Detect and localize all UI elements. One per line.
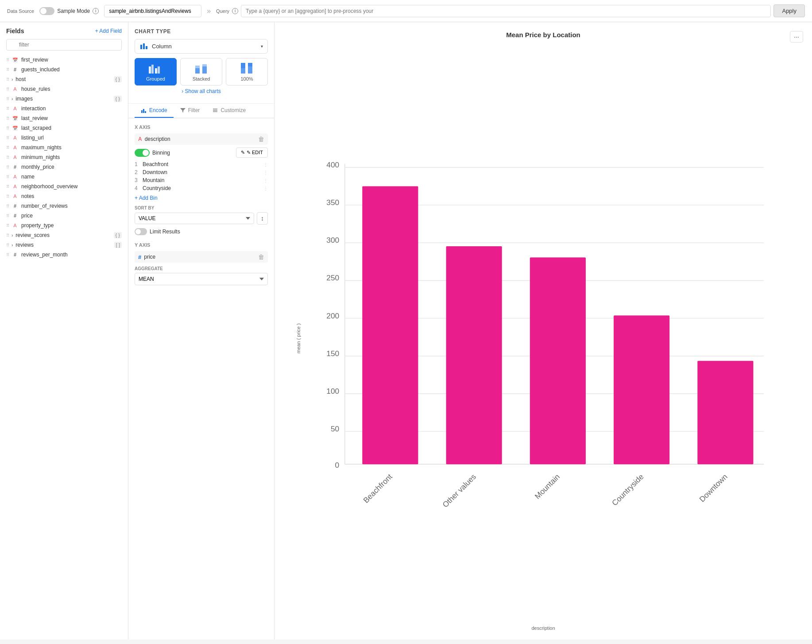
list-item[interactable]: ⠿ › reviews [ ] xyxy=(0,240,128,250)
bin-number: 4 xyxy=(135,185,140,191)
bin-drag-icon[interactable]: ⋮ xyxy=(263,170,268,175)
svg-rect-7 xyxy=(195,68,200,74)
data-source-label: Data Source xyxy=(7,8,34,14)
top-bar: Data Source Sample Mode i sample_airbnb.… xyxy=(0,0,812,22)
chart-variant-stacked[interactable]: Stacked xyxy=(180,58,222,85)
list-item[interactable]: ⠿ › images { } xyxy=(0,94,128,104)
sample-mode-info-icon[interactable]: i xyxy=(93,8,99,14)
hundred-percent-variant-label: 100% xyxy=(240,76,253,81)
add-bin-button[interactable]: + Add Bin xyxy=(135,195,268,201)
drag-handle-icon: ⠿ xyxy=(6,233,9,238)
bin-name-mountain: Mountain xyxy=(143,177,261,183)
text-type-icon: A xyxy=(12,155,19,160)
list-item[interactable]: ⠿ › review_scores { } xyxy=(0,230,128,240)
list-item[interactable]: ⠿ # price xyxy=(0,211,128,221)
sort-select[interactable]: VALUE xyxy=(135,213,254,224)
list-item[interactable]: ⠿ 📅 first_review xyxy=(0,55,128,65)
search-wrap: 🔍 xyxy=(0,39,128,55)
drag-handle-icon: ⠿ xyxy=(6,184,9,189)
list-item[interactable]: ⠿ A property_type xyxy=(0,221,128,230)
x-axis-section: X Axis A description 🗑 Binning xyxy=(135,124,268,235)
pipe-icon: » xyxy=(207,7,211,15)
expand-arrow-icon: › xyxy=(12,243,13,248)
datasource-select[interactable]: sample_airbnb.listingsAndReviews xyxy=(104,5,201,17)
drag-handle-icon: ⠿ xyxy=(6,145,9,150)
drag-handle-icon: ⠿ xyxy=(6,97,9,101)
svg-text:Mountain: Mountain xyxy=(533,472,562,501)
sample-mode-toggle-wrap: Sample Mode i xyxy=(39,7,99,15)
chart-menu-button[interactable]: ··· xyxy=(790,31,803,43)
list-item[interactable]: ⠿ A listing_url xyxy=(0,133,128,143)
object-type-badge: { } xyxy=(114,76,122,82)
bin-drag-icon[interactable]: ⋮ xyxy=(263,186,268,191)
chart-type-select[interactable]: Column ▾ xyxy=(135,39,268,54)
chart-type-label: Column xyxy=(152,43,261,50)
expand-arrow-icon: › xyxy=(12,77,13,82)
chart-variant-100[interactable]: 100% xyxy=(226,58,268,85)
list-item[interactable]: ⠿ A maximum_nights xyxy=(0,143,128,152)
edit-button[interactable]: ✎ ✎ EDIT xyxy=(236,147,268,158)
field-list: ⠿ 📅 first_review ⠿ # guests_included ⠿ ›… xyxy=(0,55,128,634)
binning-toggle[interactable]: Binning xyxy=(135,149,170,157)
binning-toggle-switch[interactable] xyxy=(135,149,150,157)
chart-variant-grouped[interactable]: Grouped xyxy=(135,58,177,85)
svg-rect-15 xyxy=(141,110,143,113)
search-input[interactable] xyxy=(6,39,122,50)
list-item[interactable]: ⠿ # reviews_per_month xyxy=(0,250,128,260)
svg-text:0: 0 xyxy=(335,461,340,469)
field-name-notes: notes xyxy=(21,193,122,199)
array-type-badge: [ ] xyxy=(114,242,122,248)
list-item[interactable]: ⠿ A name xyxy=(0,172,128,182)
list-item[interactable]: ⠿ 📅 last_review xyxy=(0,113,128,123)
query-input[interactable] xyxy=(241,5,771,17)
list-item[interactable]: ⠿ # monthly_price xyxy=(0,162,128,172)
limit-label: Limit Results xyxy=(150,229,180,235)
text-type-icon: A xyxy=(12,145,19,150)
sort-direction-button[interactable]: ↕ xyxy=(257,212,268,225)
tab-encode[interactable]: Encode xyxy=(135,104,174,118)
field-name-monthly-price: monthly_price xyxy=(21,164,122,170)
encode-body: X Axis A description 🗑 Binning xyxy=(128,118,274,299)
sample-mode-toggle[interactable] xyxy=(39,7,54,15)
drag-handle-icon: ⠿ xyxy=(6,67,9,72)
x-axis-delete-icon[interactable]: 🗑 xyxy=(258,136,264,143)
list-item[interactable]: ⠿ A interaction xyxy=(0,104,128,113)
query-info-icon[interactable]: i xyxy=(232,8,238,14)
main-layout: Fields + Add Field 🔍 ⠿ 📅 first_review ⠿ … xyxy=(0,22,812,640)
list-item[interactable]: ⠿ A neighborhood_overview xyxy=(0,182,128,191)
list-item[interactable]: ⠿ › host { } xyxy=(0,74,128,84)
limit-toggle[interactable] xyxy=(135,228,147,235)
drag-handle-icon: ⠿ xyxy=(6,194,9,199)
svg-rect-4 xyxy=(151,65,154,74)
x-axis-field-type-icon: A xyxy=(138,136,142,142)
list-item[interactable]: ⠿ A notes xyxy=(0,191,128,201)
stacked-variant-label: Stacked xyxy=(193,76,210,81)
field-name-last-scraped: last_scraped xyxy=(21,125,122,131)
y-axis-field-type-icon: # xyxy=(138,254,141,260)
list-item: 1 Beachfront ⋮ xyxy=(135,160,268,168)
list-item[interactable]: ⠿ # number_of_reviews xyxy=(0,201,128,211)
show-all-charts-button[interactable]: › Show all charts xyxy=(135,85,268,97)
toggle-knob xyxy=(40,8,46,14)
y-axis-section: Y Axis # price 🗑 AGGREGATE MEAN xyxy=(135,242,268,285)
list-item[interactable]: ⠿ A house_rules xyxy=(0,84,128,94)
tab-customize[interactable]: Customize xyxy=(206,104,252,118)
show-all-chevron-icon: › xyxy=(182,88,183,94)
tab-filter[interactable]: Filter xyxy=(174,104,206,118)
field-name-maximum-nights: maximum_nights xyxy=(21,144,122,151)
svg-rect-12 xyxy=(241,63,245,68)
bin-drag-icon[interactable]: ⋮ xyxy=(263,178,268,183)
text-type-icon: A xyxy=(12,194,19,199)
list-item[interactable]: ⠿ 📅 last_scraped xyxy=(0,123,128,133)
bin-number: 1 xyxy=(135,161,140,167)
aggregate-select[interactable]: MEAN xyxy=(135,273,268,285)
list-item[interactable]: ⠿ # guests_included xyxy=(0,65,128,74)
y-axis-delete-icon[interactable]: 🗑 xyxy=(258,253,264,260)
apply-button[interactable]: Apply xyxy=(773,4,805,17)
expand-arrow-icon: › xyxy=(12,233,13,238)
list-item[interactable]: ⠿ A minimum_nights xyxy=(0,152,128,162)
date-type-icon: 📅 xyxy=(12,116,19,121)
field-name-listing-url: listing_url xyxy=(21,135,122,141)
add-field-button[interactable]: + Add Field xyxy=(95,28,122,34)
bin-drag-icon[interactable]: ⋮ xyxy=(263,162,268,167)
